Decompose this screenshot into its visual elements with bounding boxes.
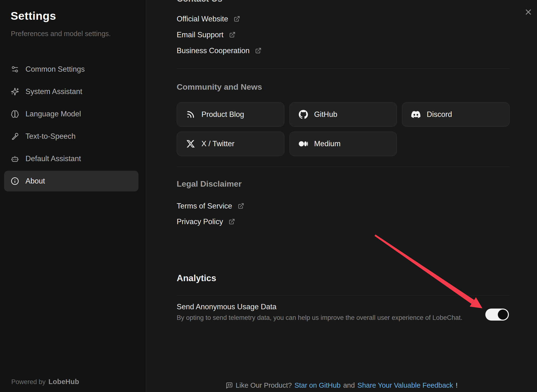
sidebar-item-text-to-speech[interactable]: Text-to-Speech bbox=[4, 126, 138, 147]
link-label: Official Website bbox=[177, 15, 228, 23]
medium-icon bbox=[299, 139, 308, 148]
sidebar-item-label: Text-to-Speech bbox=[25, 132, 76, 141]
official-website-link[interactable]: Official Website bbox=[177, 11, 262, 27]
telemetry-item-title: Send Anonymous Usage Data bbox=[177, 302, 462, 312]
sidebar-item-label: Language Model bbox=[25, 110, 81, 118]
footer-middle: and bbox=[343, 381, 355, 389]
brain-icon bbox=[11, 110, 19, 118]
star-on-github-link[interactable]: Star on GitHub bbox=[294, 381, 341, 389]
medium-button[interactable]: Medium bbox=[289, 132, 397, 156]
x-twitter-icon bbox=[186, 139, 195, 148]
external-link-icon bbox=[233, 16, 240, 22]
share-feedback-link[interactable]: Share Your Valuable Feedback bbox=[357, 381, 453, 389]
sidebar-item-language-model[interactable]: Language Model bbox=[4, 104, 138, 124]
toggle-knob bbox=[498, 310, 508, 320]
powered-by-prefix: Powered by bbox=[11, 378, 46, 386]
section-divider bbox=[177, 167, 510, 167]
link-label: Business Cooperation bbox=[177, 46, 250, 55]
button-label: Product Blog bbox=[201, 110, 244, 119]
telemetry-item-description: By opting to send telemetry data, you ca… bbox=[177, 312, 462, 323]
powered-by: Powered by LobeHub bbox=[11, 378, 79, 386]
business-cooperation-link[interactable]: Business Cooperation bbox=[177, 43, 262, 59]
link-label: Privacy Policy bbox=[177, 217, 223, 226]
external-link-icon bbox=[255, 47, 262, 54]
footer-cta: Like Our Product? Star on GitHub and Sha… bbox=[146, 381, 537, 389]
sidebar-item-system-assistant[interactable]: System Assistant bbox=[4, 81, 138, 102]
external-link-icon bbox=[237, 203, 244, 209]
settings-sidebar: Settings Preferences and model settings.… bbox=[0, 0, 146, 392]
contact-us-heading: Contact Us bbox=[177, 0, 222, 4]
lobehub-brand-link[interactable]: LobeHub bbox=[49, 378, 79, 386]
message-square-quote-icon bbox=[226, 382, 233, 389]
button-label: Discord bbox=[427, 110, 452, 119]
button-label: X / Twitter bbox=[201, 139, 234, 148]
legal-links: Terms of Service Privacy Policy bbox=[177, 198, 244, 229]
x-twitter-button[interactable]: X / Twitter bbox=[177, 132, 284, 156]
community-heading: Community and News bbox=[177, 82, 262, 92]
legal-heading: Legal Disclaimer bbox=[177, 179, 242, 189]
contact-links: Official Website Email Support Business … bbox=[177, 11, 262, 59]
terms-of-service-link[interactable]: Terms of Service bbox=[177, 198, 244, 214]
community-buttons: Product Blog GitHub Discord bbox=[177, 102, 510, 156]
sidebar-nav: Common Settings System Assistant Languag… bbox=[4, 59, 138, 193]
github-icon bbox=[299, 110, 308, 119]
footer-suffix: ! bbox=[456, 381, 458, 389]
sidebar-item-label: Common Settings bbox=[25, 65, 85, 74]
discord-icon bbox=[411, 110, 420, 119]
sidebar-item-default-assistant[interactable]: Default Assistant bbox=[4, 148, 138, 169]
sidebar-item-common-settings[interactable]: Common Settings bbox=[4, 59, 138, 80]
section-divider bbox=[177, 69, 510, 69]
page-title: Settings bbox=[11, 9, 56, 22]
footer-prefix: Like Our Product? bbox=[236, 381, 292, 389]
button-label: GitHub bbox=[314, 110, 337, 119]
sidebar-item-label: System Assistant bbox=[25, 87, 82, 96]
settings-dialog: Settings Preferences and model settings.… bbox=[0, 0, 537, 392]
page-subtitle: Preferences and model settings. bbox=[11, 30, 111, 38]
bot-icon bbox=[11, 154, 19, 163]
link-label: Terms of Service bbox=[177, 202, 232, 210]
button-label: Medium bbox=[314, 139, 341, 148]
analytics-item: Send Anonymous Usage Data By opting to s… bbox=[177, 302, 462, 323]
close-button[interactable] bbox=[523, 7, 534, 17]
analytics-heading: Analytics bbox=[177, 273, 216, 283]
mic-icon bbox=[11, 132, 19, 141]
privacy-policy-link[interactable]: Privacy Policy bbox=[177, 214, 244, 229]
external-link-icon bbox=[229, 32, 236, 38]
info-icon bbox=[11, 177, 19, 185]
close-icon bbox=[524, 8, 533, 16]
sidebar-item-about[interactable]: About bbox=[4, 171, 138, 191]
link-label: Email Support bbox=[177, 31, 224, 39]
rss-icon bbox=[186, 110, 195, 119]
sidebar-item-label: About bbox=[25, 177, 45, 185]
sparkles-icon bbox=[11, 87, 19, 96]
section-divider bbox=[177, 295, 510, 296]
product-blog-button[interactable]: Product Blog bbox=[177, 102, 284, 127]
about-panel: Contact Us Official Website Email Suppor… bbox=[146, 0, 537, 392]
email-support-link[interactable]: Email Support bbox=[177, 27, 262, 43]
external-link-icon bbox=[228, 218, 235, 225]
telemetry-toggle[interactable] bbox=[485, 309, 509, 321]
discord-button[interactable]: Discord bbox=[402, 102, 510, 127]
about-content: Contact Us Official Website Email Suppor… bbox=[177, 0, 510, 392]
sliders-icon bbox=[11, 65, 19, 74]
github-button[interactable]: GitHub bbox=[289, 102, 397, 127]
sidebar-item-label: Default Assistant bbox=[25, 154, 81, 163]
